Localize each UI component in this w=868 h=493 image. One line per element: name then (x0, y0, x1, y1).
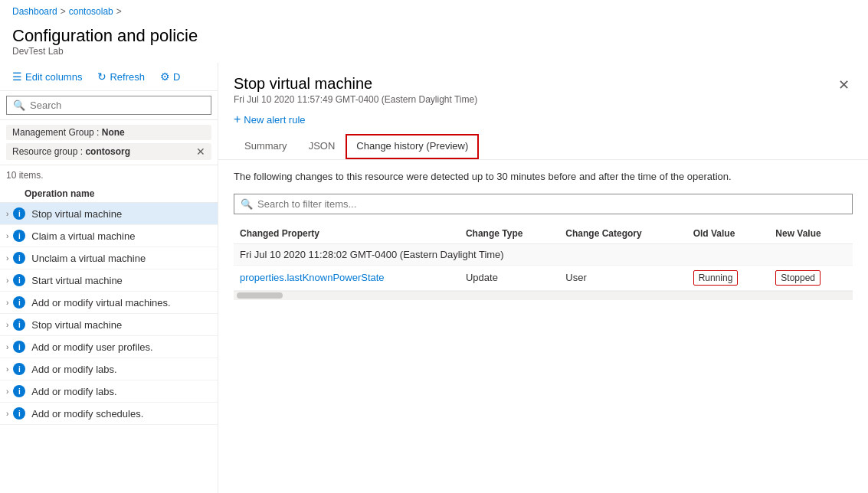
info-icon: i (13, 252, 25, 264)
list-item[interactable]: › i Stop virtual machine (0, 203, 218, 225)
breadcrumb: Dashboard > contosolab > (0, 0, 868, 23)
chevron-right-icon: › (6, 365, 8, 374)
col-property: Changed Property (234, 224, 460, 244)
gear-icon: ⚙ (160, 70, 170, 83)
list-item[interactable]: › i Add or modify virtual machines. (0, 292, 218, 314)
info-icon: i (13, 341, 25, 353)
search-box: 🔍 (0, 91, 218, 120)
description-text: The following changes to this resource w… (234, 169, 853, 184)
chevron-right-icon: › (6, 254, 8, 263)
toolbar: ☰ Edit columns ↻ Refresh ⚙ D (0, 63, 218, 91)
cell-property: properties.lastKnownPowerState (234, 265, 460, 290)
item-label: Add or modify virtual machines. (31, 297, 170, 309)
col-change-category: Change Category (559, 224, 686, 244)
list-item[interactable]: › i Start virtual machine (0, 269, 218, 292)
item-label: Unclaim a virtual machine (31, 253, 146, 264)
item-label: Add or modify schedules. (31, 408, 143, 420)
detail-body: The following changes to this resource w… (218, 160, 868, 493)
search-icon: 🔍 (13, 100, 25, 111)
list-item[interactable]: › i Unclaim a virtual machine (0, 247, 218, 269)
filter-tag-resource: Resource group : contosorg ✕ (6, 143, 211, 160)
cell-change-type: Update (460, 265, 559, 290)
refresh-button[interactable]: ↻ Refresh (91, 67, 151, 86)
tab-change-history[interactable]: Change history (Preview) (346, 134, 479, 159)
page-title: Configuration and policie (12, 26, 856, 46)
edit-columns-button[interactable]: ☰ Edit columns (6, 67, 88, 86)
new-alert-link[interactable]: + New alert rule (234, 113, 306, 126)
chevron-right-icon: › (6, 276, 8, 285)
item-label: Add or modify labs. (31, 364, 116, 375)
items-count: 10 items. (0, 165, 218, 185)
col-change-type: Change Type (460, 224, 559, 244)
tabs: Summary JSON Change history (Preview) (234, 134, 853, 159)
detail-header: Stop virtual machine Fri Jul 10 2020 11:… (218, 63, 868, 160)
column-header: Operation name (0, 185, 218, 203)
chevron-right-icon: › (6, 387, 8, 396)
item-label: Add or modify labs. (31, 386, 116, 397)
info-icon: i (13, 407, 25, 420)
breadcrumb-sep1: > (61, 6, 66, 17)
list-item[interactable]: › i Add or modify schedules. (0, 403, 218, 425)
list-item[interactable]: › i Add or modify labs. (0, 380, 218, 403)
horizontal-scrollbar[interactable] (234, 291, 853, 300)
list-item[interactable]: › i Add or modify labs. (0, 358, 218, 380)
list-item[interactable]: › i Add or modify user profiles. (0, 336, 218, 358)
group-row: Fri Jul 10 2020 11:28:02 GMT-0400 (Easte… (234, 243, 853, 265)
item-label: Stop virtual machine (31, 319, 122, 331)
item-label: Add or modify user profiles. (31, 341, 152, 353)
table-row: properties.lastKnownPowerState Update Us… (234, 265, 853, 290)
info-icon: i (13, 274, 25, 286)
old-value-badge: Running (693, 270, 739, 286)
breadcrumb-dashboard[interactable]: Dashboard (12, 6, 57, 17)
item-label: Start virtual machine (31, 275, 123, 286)
chevron-right-icon: › (6, 343, 8, 351)
info-icon: i (13, 318, 25, 331)
search-input[interactable] (30, 100, 205, 111)
chevron-right-icon: › (6, 210, 8, 218)
col-new-value: New Value (769, 224, 853, 244)
filter-tag-management: Management Group : None (6, 125, 211, 140)
filter-close-button[interactable]: ✕ (196, 145, 205, 158)
item-label: Claim a virtual machine (31, 230, 135, 242)
close-button[interactable]: ✕ (832, 73, 856, 96)
breadcrumb-sep2: > (116, 6, 122, 17)
col-old-value: Old Value (687, 224, 770, 244)
edit-columns-icon: ☰ (12, 70, 22, 83)
info-icon: i (13, 207, 25, 220)
property-link[interactable]: properties.lastKnownPowerState (240, 272, 385, 283)
info-icon: i (13, 296, 25, 309)
plus-icon: + (234, 113, 241, 126)
search-input-wrap: 🔍 (6, 96, 211, 115)
chevron-right-icon: › (6, 299, 8, 307)
tab-summary[interactable]: Summary (234, 134, 298, 159)
detail-title: Stop virtual machine (234, 75, 853, 93)
new-value-badge: Stopped (775, 270, 821, 286)
cell-new-value: Stopped (769, 265, 853, 290)
filter-search-input[interactable] (257, 198, 846, 210)
right-panel: ✕ Stop virtual machine Fri Jul 10 2020 1… (218, 63, 868, 493)
page-title-area: Configuration and policie DevTest Lab (0, 23, 868, 63)
page-subtitle: DevTest Lab (12, 46, 856, 57)
info-icon: i (13, 385, 25, 397)
list-items: › i Stop virtual machine › i Claim a vir… (0, 203, 218, 493)
breadcrumb-contosolab[interactable]: contosolab (69, 6, 113, 17)
item-label: Stop virtual machine (31, 208, 122, 220)
left-panel: ☰ Edit columns ↻ Refresh ⚙ D 🔍 (0, 63, 218, 493)
chevron-right-icon: › (6, 410, 8, 418)
refresh-icon: ↻ (97, 70, 106, 83)
cell-change-category: User (559, 265, 686, 290)
tab-json[interactable]: JSON (298, 134, 346, 159)
filter-tags: Management Group : None Resource group :… (0, 120, 218, 165)
list-item[interactable]: › i Claim a virtual machine (0, 225, 218, 247)
cell-old-value: Running (687, 265, 770, 290)
filter-search-icon: 🔍 (241, 198, 253, 210)
info-icon: i (13, 363, 25, 375)
filter-search-wrap: 🔍 (234, 194, 853, 214)
detail-subtitle: Fri Jul 10 2020 11:57:49 GMT-0400 (Easte… (234, 94, 853, 105)
diagnostics-button[interactable]: ⚙ D (154, 67, 186, 86)
scrollbar-thumb (237, 292, 283, 299)
change-table: Changed Property Change Type Change Cate… (234, 224, 853, 291)
info-icon: i (13, 230, 25, 242)
chevron-right-icon: › (6, 232, 8, 240)
list-item[interactable]: › i Stop virtual machine (0, 314, 218, 336)
